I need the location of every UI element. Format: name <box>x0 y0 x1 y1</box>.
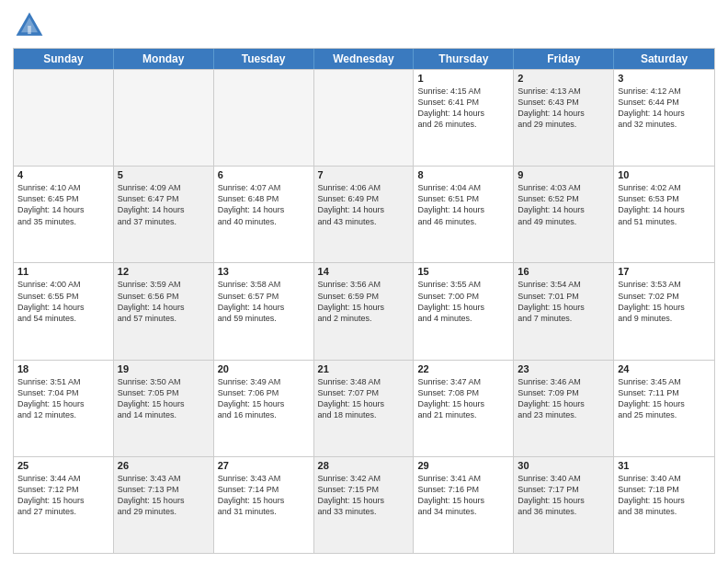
calendar-cell: 19Sunrise: 3:50 AMSunset: 7:05 PMDayligh… <box>114 361 214 456</box>
calendar-cell: 3Sunrise: 4:12 AMSunset: 6:44 PMDaylight… <box>614 70 714 166</box>
cell-info: Sunrise: 3:53 AMSunset: 7:02 PMDaylight:… <box>618 279 711 324</box>
day-number: 31 <box>618 460 711 471</box>
day-number: 27 <box>218 460 310 471</box>
calendar-cell: 22Sunrise: 3:47 AMSunset: 7:08 PMDayligh… <box>414 361 514 456</box>
day-number: 8 <box>417 169 509 180</box>
cell-info: Sunrise: 3:43 AMSunset: 7:13 PMDaylight:… <box>118 473 210 518</box>
weekday-header: Tuesday <box>214 49 314 69</box>
weekday-header: Friday <box>514 49 614 69</box>
cell-info: Sunrise: 4:03 AMSunset: 6:52 PMDaylight:… <box>518 182 609 227</box>
day-number: 30 <box>518 460 609 471</box>
calendar-cell: 30Sunrise: 3:40 AMSunset: 7:17 PMDayligh… <box>514 457 614 553</box>
calendar-week: 11Sunrise: 4:00 AMSunset: 6:55 PMDayligh… <box>14 262 714 359</box>
calendar-cell: 28Sunrise: 3:42 AMSunset: 7:15 PMDayligh… <box>314 457 415 553</box>
day-number: 29 <box>417 460 509 471</box>
cell-info: Sunrise: 4:15 AMSunset: 6:41 PMDaylight:… <box>417 86 509 131</box>
calendar-cell: 16Sunrise: 3:54 AMSunset: 7:01 PMDayligh… <box>514 263 614 359</box>
calendar-cell: 15Sunrise: 3:55 AMSunset: 7:00 PMDayligh… <box>414 263 514 359</box>
day-number: 22 <box>417 363 509 374</box>
cell-info: Sunrise: 4:04 AMSunset: 6:51 PMDaylight:… <box>417 182 509 227</box>
calendar-cell: 14Sunrise: 3:56 AMSunset: 6:59 PMDayligh… <box>314 263 415 359</box>
cell-info: Sunrise: 3:50 AMSunset: 7:05 PMDaylight:… <box>118 376 210 421</box>
day-number: 7 <box>318 169 410 180</box>
cell-info: Sunrise: 3:42 AMSunset: 7:15 PMDaylight:… <box>318 473 410 518</box>
cell-info: Sunrise: 4:02 AMSunset: 6:53 PMDaylight:… <box>618 182 711 227</box>
day-number: 28 <box>318 460 410 471</box>
calendar-cell: 24Sunrise: 3:45 AMSunset: 7:11 PMDayligh… <box>614 361 714 456</box>
calendar-cell <box>114 70 214 166</box>
calendar-cell: 4Sunrise: 4:10 AMSunset: 6:45 PMDaylight… <box>14 167 114 262</box>
day-number: 18 <box>17 363 109 374</box>
cell-info: Sunrise: 3:46 AMSunset: 7:09 PMDaylight:… <box>518 376 609 421</box>
cell-info: Sunrise: 3:40 AMSunset: 7:18 PMDaylight:… <box>618 473 711 518</box>
calendar-cell: 12Sunrise: 3:59 AMSunset: 6:56 PMDayligh… <box>114 263 214 359</box>
calendar-week: 18Sunrise: 3:51 AMSunset: 7:04 PMDayligh… <box>14 360 714 456</box>
calendar-cell: 10Sunrise: 4:02 AMSunset: 6:53 PMDayligh… <box>614 167 714 262</box>
calendar-cell: 20Sunrise: 3:49 AMSunset: 7:06 PMDayligh… <box>214 361 314 456</box>
day-number: 4 <box>17 169 109 180</box>
day-number: 20 <box>218 363 310 374</box>
calendar: SundayMondayTuesdayWednesdayThursdayFrid… <box>13 48 715 554</box>
calendar-header: SundayMondayTuesdayWednesdayThursdayFrid… <box>14 49 714 69</box>
calendar-cell <box>314 70 415 166</box>
calendar-cell: 27Sunrise: 3:43 AMSunset: 7:14 PMDayligh… <box>214 457 314 553</box>
weekday-header: Wednesday <box>314 49 415 69</box>
cell-info: Sunrise: 4:09 AMSunset: 6:47 PMDaylight:… <box>118 182 210 227</box>
calendar-cell: 13Sunrise: 3:58 AMSunset: 6:57 PMDayligh… <box>214 263 314 359</box>
cell-info: Sunrise: 4:06 AMSunset: 6:49 PMDaylight:… <box>318 182 410 227</box>
day-number: 25 <box>17 460 109 471</box>
cell-info: Sunrise: 3:55 AMSunset: 7:00 PMDaylight:… <box>417 279 509 324</box>
day-number: 12 <box>118 266 210 277</box>
cell-info: Sunrise: 3:51 AMSunset: 7:04 PMDaylight:… <box>17 376 109 421</box>
cell-info: Sunrise: 3:40 AMSunset: 7:17 PMDaylight:… <box>518 473 609 518</box>
day-number: 26 <box>118 460 210 471</box>
day-number: 2 <box>518 73 609 84</box>
day-number: 1 <box>417 73 509 84</box>
cell-info: Sunrise: 4:13 AMSunset: 6:43 PMDaylight:… <box>518 86 609 131</box>
weekday-header: Monday <box>114 49 214 69</box>
cell-info: Sunrise: 4:00 AMSunset: 6:55 PMDaylight:… <box>17 279 109 324</box>
day-number: 11 <box>17 266 109 277</box>
weekday-header: Saturday <box>614 49 714 69</box>
calendar-cell: 26Sunrise: 3:43 AMSunset: 7:13 PMDayligh… <box>114 457 214 553</box>
calendar-cell: 6Sunrise: 4:07 AMSunset: 6:48 PMDaylight… <box>214 167 314 262</box>
weekday-header: Sunday <box>14 49 114 69</box>
logo <box>13 9 50 42</box>
day-number: 10 <box>618 169 711 180</box>
cell-info: Sunrise: 4:12 AMSunset: 6:44 PMDaylight:… <box>618 86 711 131</box>
calendar-week: 1Sunrise: 4:15 AMSunset: 6:41 PMDaylight… <box>14 69 714 166</box>
cell-info: Sunrise: 3:45 AMSunset: 7:11 PMDaylight:… <box>618 376 711 421</box>
weekday-header: Thursday <box>414 49 514 69</box>
header <box>13 9 715 42</box>
day-number: 14 <box>318 266 410 277</box>
calendar-cell: 5Sunrise: 4:09 AMSunset: 6:47 PMDaylight… <box>114 167 214 262</box>
day-number: 6 <box>218 169 310 180</box>
calendar-cell: 1Sunrise: 4:15 AMSunset: 6:41 PMDaylight… <box>414 70 514 166</box>
calendar-cell: 11Sunrise: 4:00 AMSunset: 6:55 PMDayligh… <box>14 263 114 359</box>
day-number: 5 <box>118 169 210 180</box>
day-number: 3 <box>618 73 711 84</box>
day-number: 17 <box>618 266 711 277</box>
svg-rect-2 <box>28 26 31 34</box>
cell-info: Sunrise: 3:41 AMSunset: 7:16 PMDaylight:… <box>417 473 509 518</box>
day-number: 19 <box>118 363 210 374</box>
calendar-cell: 25Sunrise: 3:44 AMSunset: 7:12 PMDayligh… <box>14 457 114 553</box>
calendar-cell: 18Sunrise: 3:51 AMSunset: 7:04 PMDayligh… <box>14 361 114 456</box>
calendar-cell: 17Sunrise: 3:53 AMSunset: 7:02 PMDayligh… <box>614 263 714 359</box>
calendar-cell <box>214 70 314 166</box>
cell-info: Sunrise: 3:44 AMSunset: 7:12 PMDaylight:… <box>17 473 109 518</box>
cell-info: Sunrise: 4:10 AMSunset: 6:45 PMDaylight:… <box>17 182 109 227</box>
calendar-cell: 29Sunrise: 3:41 AMSunset: 7:16 PMDayligh… <box>414 457 514 553</box>
calendar-body: 1Sunrise: 4:15 AMSunset: 6:41 PMDaylight… <box>14 69 714 553</box>
day-number: 23 <box>518 363 609 374</box>
calendar-cell: 9Sunrise: 4:03 AMSunset: 6:52 PMDaylight… <box>514 167 614 262</box>
calendar-cell: 7Sunrise: 4:06 AMSunset: 6:49 PMDaylight… <box>314 167 415 262</box>
calendar-cell: 31Sunrise: 3:40 AMSunset: 7:18 PMDayligh… <box>614 457 714 553</box>
calendar-cell <box>14 70 114 166</box>
day-number: 9 <box>518 169 609 180</box>
calendar-week: 25Sunrise: 3:44 AMSunset: 7:12 PMDayligh… <box>14 456 714 553</box>
calendar-cell: 21Sunrise: 3:48 AMSunset: 7:07 PMDayligh… <box>314 361 415 456</box>
cell-info: Sunrise: 3:59 AMSunset: 6:56 PMDaylight:… <box>118 279 210 324</box>
cell-info: Sunrise: 3:47 AMSunset: 7:08 PMDaylight:… <box>417 376 509 421</box>
day-number: 21 <box>318 363 410 374</box>
